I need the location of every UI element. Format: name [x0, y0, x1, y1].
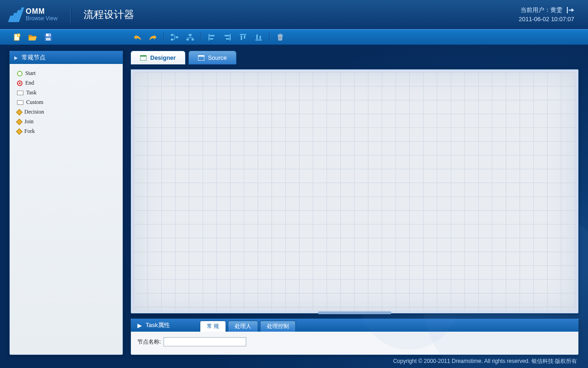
svg-rect-24: [198, 55, 204, 57]
align-bottom-button[interactable]: [251, 31, 266, 44]
tree-collapse-button[interactable]: [182, 31, 198, 44]
svg-rect-20: [279, 34, 281, 34]
tab-designer[interactable]: Designer: [130, 51, 186, 64]
node-item-join[interactable]: Join: [11, 117, 121, 126]
redo-button[interactable]: [145, 31, 161, 44]
sidebar-palette: ▶ 常规节点 StartEndTaskCustomDecisionJoinFor…: [9, 51, 123, 355]
start-icon: [17, 71, 23, 76]
node-item-task[interactable]: Task: [11, 88, 121, 98]
svg-rect-7: [176, 36, 178, 38]
svg-rect-11: [210, 35, 215, 36]
collapse-icon: ▶: [137, 322, 142, 329]
canvas-container: [130, 69, 579, 314]
user-name: 黄雯: [550, 6, 562, 13]
custom-icon: [17, 100, 23, 105]
node-item-label: Start: [25, 70, 36, 77]
tab-label: Designer: [150, 54, 176, 61]
node-item-custom[interactable]: Custom: [11, 98, 121, 107]
divider: [70, 6, 71, 23]
brand-logo: OMM Browse View: [9, 7, 57, 22]
node-item-label: Fork: [24, 128, 35, 135]
svg-rect-10: [192, 39, 194, 40]
svg-rect-22: [140, 55, 147, 57]
tab-source[interactable]: Source: [188, 51, 237, 64]
horizontal-scrollbar[interactable]: [318, 311, 391, 314]
window-icon: [198, 55, 204, 61]
svg-rect-16: [244, 35, 245, 39]
join-icon: [16, 118, 23, 125]
header-userinfo: 当前用户：黄雯 2011-06-02 10:07:07: [519, 6, 574, 23]
design-canvas[interactable]: [134, 72, 576, 310]
svg-rect-14: [226, 38, 229, 40]
sidebar-header[interactable]: ▶ 常规节点: [10, 51, 123, 64]
app-header: OMM Browse View 流程设计器 当前用户：黄雯 2011-06-02…: [0, 0, 588, 29]
logo-icon: [9, 7, 22, 22]
window-icon: [140, 55, 147, 61]
node-name-label: 节点名称:: [137, 338, 161, 346]
align-top-button[interactable]: [235, 31, 251, 44]
properties-header[interactable]: ▶ Task属性: [131, 319, 200, 332]
tree-expand-button[interactable]: [167, 31, 182, 44]
property-tabs: 常 规处理人处理控制: [200, 319, 298, 332]
toolbar: [0, 29, 588, 45]
sidebar-title: 常规节点: [22, 53, 45, 62]
node-list: StartEndTaskCustomDecisionJoinFork: [10, 64, 123, 141]
task-icon: [17, 91, 23, 95]
svg-rect-3: [49, 34, 50, 36]
decision-icon: [16, 109, 23, 115]
properties-body: 节点名称:: [131, 332, 578, 355]
brand-subtitle: Browse View: [26, 16, 57, 22]
delete-button[interactable]: [272, 31, 288, 44]
properties-panel: ▶ Task属性 常 规处理人处理控制 节点名称:: [130, 318, 579, 355]
align-right-button[interactable]: [220, 31, 235, 44]
end-icon: [17, 80, 23, 86]
node-item-fork[interactable]: Fork: [11, 126, 121, 136]
node-item-start[interactable]: Start: [11, 69, 121, 78]
svg-rect-5: [171, 34, 173, 36]
tab-label: Source: [208, 54, 227, 61]
fork-icon: [16, 128, 23, 134]
save-file-button[interactable]: [40, 31, 56, 44]
footer-copyright: Copyright © 2000-2011 Dreamstime. All ri…: [393, 357, 577, 365]
svg-rect-4: [46, 38, 51, 40]
svg-rect-12: [210, 38, 213, 40]
svg-rect-13: [225, 35, 229, 36]
node-item-label: Task: [26, 89, 37, 96]
property-tab-常规[interactable]: 常 规: [200, 321, 226, 332]
node-item-end[interactable]: End: [11, 78, 121, 88]
node-item-decision[interactable]: Decision: [11, 107, 121, 117]
brand-name: OMM: [26, 7, 57, 16]
node-item-label: Decision: [24, 109, 44, 115]
collapse-icon: ▶: [14, 55, 18, 60]
node-item-label: Custom: [26, 99, 43, 106]
logout-icon[interactable]: [567, 7, 574, 13]
main-area: ▶ 常规节点 StartEndTaskCustomDecisionJoinFor…: [0, 45, 588, 355]
svg-rect-17: [256, 34, 258, 39]
property-tab-处理人[interactable]: 处理人: [228, 321, 258, 332]
node-item-label: Join: [24, 118, 34, 125]
svg-rect-6: [171, 39, 173, 40]
node-name-input[interactable]: [164, 337, 246, 346]
undo-button[interactable]: [130, 31, 145, 44]
editor-tabs: DesignerSource: [130, 51, 579, 64]
datetime: 2011-06-02 10:07:07: [519, 15, 574, 24]
svg-rect-9: [187, 39, 189, 40]
user-label: 当前用户：: [520, 6, 550, 13]
open-file-button[interactable]: [25, 31, 40, 44]
svg-rect-15: [241, 35, 242, 40]
node-item-label: End: [25, 80, 34, 86]
properties-title: Task属性: [146, 321, 170, 329]
svg-rect-2: [46, 34, 51, 36]
svg-rect-8: [189, 34, 192, 36]
align-left-button[interactable]: [204, 31, 220, 44]
property-tab-处理控制[interactable]: 处理控制: [260, 321, 296, 332]
new-file-button[interactable]: [9, 31, 25, 44]
page-title: 流程设计器: [84, 8, 134, 22]
svg-rect-19: [277, 34, 283, 35]
svg-rect-18: [260, 36, 261, 39]
editor-column: DesignerSource ▶ Task属性 常 规处理人处理控制 节点名称:: [130, 51, 579, 355]
